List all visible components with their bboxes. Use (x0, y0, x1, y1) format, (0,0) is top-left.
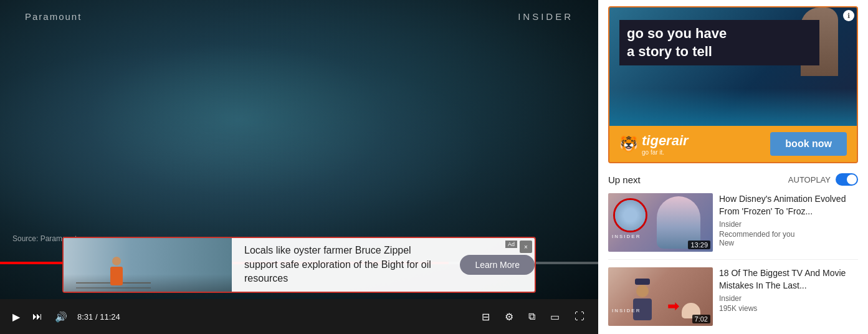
sidebar: ℹ go so you have a story to tell 🐯 tiger… (598, 0, 868, 334)
ad-indicator: Ad (505, 241, 517, 248)
thumb-watermark-1: INSIDER (612, 234, 641, 239)
captions-icon: ⊟ (482, 312, 490, 322)
insider-watermark: INSIDER (518, 11, 573, 22)
video-meta1-2: 195K views (719, 304, 858, 313)
sidebar-ad-image: go so you have a story to tell (609, 7, 857, 126)
captions-button[interactable]: ⊟ (478, 308, 494, 325)
tigerair-tagline: go far it. (642, 149, 689, 156)
ad-water-effect (609, 88, 857, 126)
play-icon: ▶ (12, 311, 20, 323)
info-icon: ℹ (847, 12, 850, 20)
next-button[interactable]: ⏭ (30, 308, 45, 325)
video-channel-2: Insider (719, 294, 858, 303)
up-next-header: Up next AUTOPLAY (608, 173, 858, 186)
theater-button[interactable]: ▭ (546, 308, 563, 325)
thumb2-head (636, 285, 649, 297)
video-info-1: How Disney's Animation Evolved From 'Fro… (719, 193, 858, 252)
autoplay-label: AUTOPLAY (788, 175, 831, 184)
video-meta2-1: New (719, 239, 858, 247)
arrow-overlay: ➡ (667, 298, 679, 315)
video-title-1: How Disney's Animation Evolved From 'Fro… (719, 193, 858, 217)
autoplay-toggle-track[interactable] (836, 173, 858, 186)
tigerair-logo: 🐯 tigerair go far it. (619, 133, 689, 156)
book-now-button[interactable]: book now (770, 132, 847, 156)
fullscreen-button[interactable]: ⛶ (571, 308, 588, 325)
close-icon: × (524, 244, 528, 250)
video-time: 8:31 / 11:24 (77, 312, 120, 322)
settings-icon: ⚙ (505, 312, 513, 322)
ad-dock-overlay (64, 274, 232, 293)
autoplay-toggle[interactable]: AUTOPLAY (788, 173, 858, 186)
volume-icon: 🔊 (55, 311, 67, 323)
tigerair-brand-name: tigerair (642, 133, 689, 149)
miniplayer-icon: ⧉ (528, 311, 535, 322)
ad-person-body (110, 267, 123, 285)
play-button[interactable]: ▶ (10, 308, 22, 325)
video-list-item[interactable]: ➡ INSIDER 7:02 18 Of The Biggest TV And … (608, 267, 858, 333)
autoplay-toggle-thumb (847, 174, 857, 184)
video-list-item[interactable]: INSIDER 13:29 How Disney's Animation Evo… (608, 193, 858, 260)
sidebar-ad-footer: 🐯 tigerair go far it. book now (609, 126, 857, 162)
current-time: 8:31 (77, 312, 93, 322)
thumb2-hat (635, 279, 650, 285)
volume-button[interactable]: 🔊 (52, 308, 70, 325)
theater-icon: ▭ (550, 312, 560, 322)
video-player: Paramount INSIDER Source: Paramount Ad ×… (0, 0, 598, 334)
in-video-ad-banner: Ad × Locals like oyster farmer Bruce Zip… (62, 237, 536, 293)
fullscreen-icon: ⛶ (575, 311, 584, 322)
video-meta1-1: Recommended for you (719, 230, 858, 239)
frozen-circle-overlay (613, 198, 647, 232)
video-info-2: 18 Of The Biggest TV And Movie Mistakes … (719, 267, 858, 326)
paramount-watermark: Paramount (25, 11, 82, 22)
video-thumbnail-1: INSIDER 13:29 (608, 193, 713, 252)
up-next-label: Up next (608, 174, 641, 185)
video-thumbnail-2: ➡ INSIDER 7:02 (608, 267, 713, 326)
miniplayer-button[interactable]: ⧉ (525, 308, 539, 325)
video-controls-bar: ▶ ⏭ 🔊 8:31 / 11:24 ⊟ ⚙ ⧉ ▭ ⛶ (0, 299, 598, 334)
total-time: 11:24 (100, 312, 120, 322)
next-icon: ⏭ (32, 311, 42, 322)
video-duration-1: 13:29 (688, 241, 710, 249)
learn-more-button[interactable]: Learn More (460, 255, 535, 275)
in-video-ad-image (64, 237, 232, 293)
sidebar-ad-headline: go so you have a story to tell (619, 20, 819, 65)
ad-person-figure (107, 257, 126, 288)
sidebar-advertisement[interactable]: ℹ go so you have a story to tell 🐯 tiger… (608, 6, 858, 163)
video-title-2: 18 Of The Biggest TV And Movie Mistakes … (719, 267, 858, 292)
video-frame: Paramount INSIDER Source: Paramount Ad ×… (0, 0, 598, 299)
settings-button[interactable]: ⚙ (501, 308, 517, 325)
thumb-watermark-2: INSIDER (612, 308, 641, 313)
video-channel-1: Insider (719, 220, 858, 229)
ad-headline-line1: go so you have (627, 26, 727, 41)
in-video-ad-close-button[interactable]: × (520, 241, 532, 253)
frozen-circle-inner (615, 200, 646, 231)
video-duration-2: 7:02 (692, 315, 710, 323)
in-video-ad-text: Locals like oyster farmer Bruce Zippel s… (244, 244, 441, 285)
ad-person-head (112, 257, 121, 265)
ad-info-button[interactable]: ℹ (843, 10, 854, 21)
in-video-ad-content: Locals like oyster farmer Bruce Zippel s… (232, 237, 454, 292)
ad-headline-line2: a story to tell (627, 44, 712, 59)
